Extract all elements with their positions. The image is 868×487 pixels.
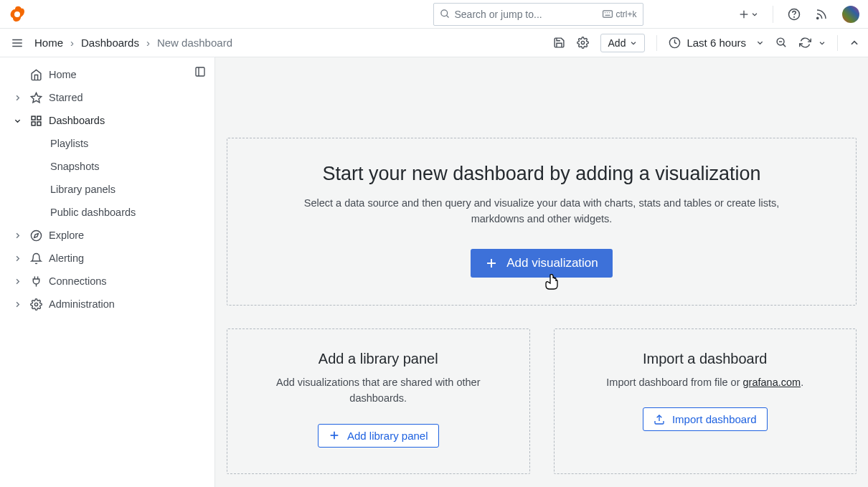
chevron-right-icon xyxy=(11,94,23,102)
svg-rect-25 xyxy=(37,121,40,125)
sidebar-item-library-panels[interactable]: Library panels xyxy=(50,178,214,201)
plus-icon xyxy=(329,430,340,441)
breadcrumb-dashboards[interactable]: Dashboards xyxy=(81,37,139,49)
gear-icon xyxy=(577,37,589,49)
grafana-logo[interactable] xyxy=(9,6,26,23)
sidebar-item-explore[interactable]: Explore xyxy=(0,224,214,247)
svg-rect-2 xyxy=(603,11,613,17)
add-library-panel-button[interactable]: Add library panel xyxy=(318,424,439,448)
chevron-down-icon xyxy=(11,117,23,125)
save-icon xyxy=(553,37,565,49)
chevron-down-icon xyxy=(819,39,826,47)
library-card-subtitle: Add visualizations that are shared with … xyxy=(263,374,493,407)
svg-point-10 xyxy=(794,16,795,17)
import-dashboard-button[interactable]: Import dashboard xyxy=(643,407,768,431)
time-picker[interactable]: Last 6 hours xyxy=(669,37,764,49)
chevron-down-icon xyxy=(756,39,764,47)
sidebar-item-connections[interactable]: Connections xyxy=(0,270,214,293)
sidebar-item-alerting[interactable]: Alerting xyxy=(0,247,214,270)
search-shortcut: ctrl+k xyxy=(603,9,636,19)
divider xyxy=(773,6,773,23)
collapse-toolbar-button[interactable] xyxy=(849,38,859,48)
plus-icon xyxy=(738,9,750,20)
breadcrumb-separator: › xyxy=(146,37,150,49)
compass-icon xyxy=(29,230,43,242)
svg-rect-20 xyxy=(196,67,204,76)
chevron-right-icon xyxy=(11,232,23,240)
upload-icon xyxy=(654,414,665,425)
library-card-title: Add a library panel xyxy=(242,351,515,367)
svg-marker-22 xyxy=(31,93,41,102)
breadcrumb-home[interactable]: Home xyxy=(34,37,63,49)
rss-icon xyxy=(815,8,828,21)
svg-point-29 xyxy=(34,303,37,306)
sidebar: Home Starred Dashboards Playlists Snapsh… xyxy=(0,57,215,487)
search-input[interactable]: Search or jump to... ctrl+k xyxy=(433,3,643,26)
home-icon xyxy=(29,69,43,81)
chevron-down-icon xyxy=(751,11,758,18)
sidebar-item-playlists[interactable]: Playlists xyxy=(50,132,214,155)
sidebar-item-public-dashboards[interactable]: Public dashboards xyxy=(50,201,214,224)
news-button[interactable] xyxy=(815,8,828,21)
add-visualization-panel: Start your new dashboard by adding a vis… xyxy=(227,138,857,306)
chevron-right-icon xyxy=(11,278,23,285)
help-button[interactable] xyxy=(788,8,801,21)
sidebar-item-dashboards[interactable]: Dashboards xyxy=(0,109,214,132)
clock-icon xyxy=(669,37,681,49)
search-placeholder: Search or jump to... xyxy=(455,9,603,20)
svg-point-11 xyxy=(817,17,819,19)
svg-point-0 xyxy=(440,10,447,16)
sidebar-item-administration[interactable]: Administration xyxy=(0,293,214,316)
sidebar-item-starred[interactable]: Starred xyxy=(0,86,214,109)
svg-line-1 xyxy=(446,15,448,17)
bell-icon xyxy=(29,252,43,265)
chevron-down-icon xyxy=(630,39,637,47)
zoom-out-icon xyxy=(775,37,788,49)
plug-icon xyxy=(29,275,43,288)
svg-rect-26 xyxy=(32,121,35,125)
hamburger-icon xyxy=(11,37,24,49)
svg-line-18 xyxy=(783,44,786,47)
add-visualization-button[interactable]: Add visualization xyxy=(471,249,613,278)
add-panel-button[interactable]: Add xyxy=(600,34,646,52)
breadcrumb-current: New dashboard xyxy=(157,37,232,49)
library-panel-card: Add a library panel Add visualizations t… xyxy=(227,328,530,474)
plus-icon xyxy=(485,257,498,270)
breadcrumb-separator: › xyxy=(70,37,74,49)
menu-toggle[interactable] xyxy=(9,37,26,49)
hero-title: Start your new dashboard by adding a vis… xyxy=(242,163,841,185)
refresh-icon xyxy=(799,37,811,49)
sidebar-item-snapshots[interactable]: Snapshots xyxy=(50,155,214,178)
sidebar-item-home[interactable]: Home xyxy=(0,63,214,86)
keyboard-icon xyxy=(603,10,613,18)
svg-rect-24 xyxy=(37,116,40,120)
divider xyxy=(837,35,838,51)
chevron-right-icon xyxy=(11,301,23,308)
content-area: Start your new dashboard by adding a vis… xyxy=(215,57,868,487)
settings-button[interactable] xyxy=(577,37,589,49)
gear-icon xyxy=(29,298,43,311)
chevron-right-icon xyxy=(11,255,23,263)
import-card-subtitle: Import dashboard from file or grafana.co… xyxy=(590,374,820,390)
help-icon xyxy=(788,8,801,21)
svg-point-15 xyxy=(581,41,584,44)
hero-subtitle: Select a data source and then query and … xyxy=(291,195,793,227)
save-button[interactable] xyxy=(553,37,565,49)
refresh-button[interactable] xyxy=(799,37,826,49)
cursor-icon xyxy=(545,274,558,290)
breadcrumb: Home › Dashboards › New dashboard xyxy=(34,37,232,49)
divider xyxy=(656,35,657,51)
zoom-out-button[interactable] xyxy=(775,37,788,49)
svg-rect-23 xyxy=(32,116,35,120)
user-avatar[interactable] xyxy=(842,6,859,23)
search-icon xyxy=(440,9,450,19)
star-icon xyxy=(29,92,43,104)
svg-point-27 xyxy=(31,230,41,240)
sidebar-icon xyxy=(194,66,206,77)
dashboard-icon xyxy=(29,115,43,127)
chevron-up-icon xyxy=(849,38,859,48)
sidebar-collapse-button[interactable] xyxy=(194,66,206,77)
grafana-com-link[interactable]: grafana.com xyxy=(743,377,801,388)
import-dashboard-card: Import a dashboard Import dashboard from… xyxy=(554,328,857,474)
new-menu[interactable] xyxy=(738,9,758,20)
